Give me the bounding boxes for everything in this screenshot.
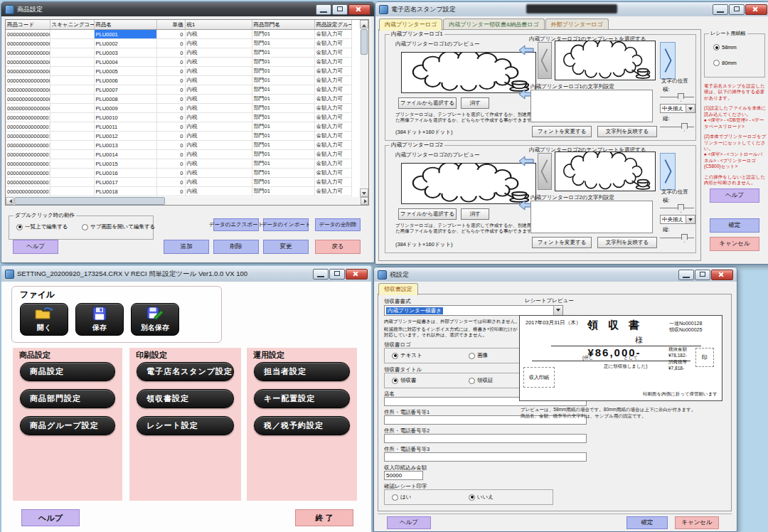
table-cell[interactable]: 金額入力可 [314,58,351,67]
erase-button[interactable]: 消す [461,97,489,109]
erase-button[interactable]: 消す [461,208,489,220]
table-cell[interactable]: 内税 [185,39,252,48]
radio-image[interactable] [469,353,475,359]
v-position-slider[interactable] [660,233,694,241]
stamp-amount-input[interactable] [384,471,423,480]
table-row[interactable]: 0000000000000009PLU00090内税部門01金額入力可 [6,104,351,113]
table-cell[interactable] [50,141,94,150]
table-cell[interactable]: 部門01 [252,104,314,113]
maximize-button[interactable] [329,269,345,280]
table-cell[interactable] [50,150,94,159]
table-row[interactable]: 0000000000000001PLU00010内税部門01金額入力可 [6,30,351,39]
table-cell[interactable]: 0 [156,30,185,39]
table-cell[interactable]: 金額入力可 [314,150,351,159]
table-cell[interactable]: 内税 [185,58,252,67]
table-cell[interactable] [50,76,94,85]
table-cell[interactable]: 内税 [185,150,252,159]
table-cell[interactable]: 内税 [185,187,252,196]
table-cell[interactable]: 内税 [185,48,252,58]
table-cell[interactable]: 金額入力可 [314,187,351,196]
table-cell[interactable]: 内税 [185,67,252,76]
scroll-thumb[interactable] [14,197,165,205]
close-button[interactable] [745,4,767,15]
table-cell[interactable]: 内税 [185,85,252,95]
maximize-button[interactable] [695,270,710,280]
minimize-button[interactable] [316,4,331,15]
table-cell[interactable]: 0 [156,67,185,76]
table-cell[interactable] [50,178,94,187]
horizontal-scrollbar[interactable] [6,197,368,205]
table-cell[interactable]: 金額入力可 [314,169,351,178]
table-cell[interactable]: 0 [156,150,185,159]
delete-button[interactable]: 削除 [213,240,259,254]
menu-tax-settings-button[interactable]: 税／税予約設定 [254,416,350,435]
radio-edit-inline[interactable] [16,224,23,230]
tab-receipt-settings[interactable]: 領収書設定 [378,283,418,295]
table-cell[interactable]: 金額入力可 [314,85,351,95]
table-cell[interactable]: 内税 [185,159,252,169]
table-cell[interactable]: 部門01 [252,95,314,104]
table-cell[interactable]: 部門01 [252,122,314,132]
table-cell[interactable]: 内税 [185,76,252,85]
table-row[interactable]: 0000000000000008PLU00080内税部門01金額入力可 [6,95,351,104]
table-cell[interactable]: 0000000000000007 [6,85,50,95]
table-cell[interactable]: PLU0004 [94,58,156,67]
table-cell[interactable]: 内税 [185,30,252,39]
radio-edit-subscreen[interactable] [82,224,88,230]
menu-register-receipt-button[interactable]: レシート設定 [137,416,234,435]
table-cell[interactable]: 0000000000000012 [6,132,50,141]
cancel-button[interactable]: キャンセル [710,237,759,251]
table-cell[interactable]: 0 [156,58,185,67]
select-from-file-button[interactable]: ファイルから選択する [398,97,457,109]
product-table[interactable]: 商品コードスキャニングコード商品名単価税1商品部門名商品設定グループ名00000… [6,20,352,196]
receipt-format-select[interactable]: 内蔵プリンター横書き [384,305,563,316]
table-row[interactable]: 0000000000000004PLU00040内税部門01金額入力可 [6,58,351,67]
table-cell[interactable]: PLU0006 [94,76,156,85]
table-cell[interactable]: 0000000000000013 [6,141,50,150]
table-cell[interactable]: 金額入力可 [314,67,351,76]
table-cell[interactable] [50,187,94,196]
table-cell[interactable]: 金額入力可 [314,48,351,58]
radio-58mm[interactable] [713,44,720,50]
table-cell[interactable]: 部門01 [252,76,314,85]
table-cell[interactable] [50,39,94,48]
table-cell[interactable] [50,30,94,39]
confirm-button[interactable]: 確定 [626,516,668,529]
table-cell[interactable]: PLU0017 [94,178,156,187]
h-position-slider[interactable] [660,92,694,100]
table-row[interactable]: 0000000000000013PLU00130内税部門01金額入力可 [6,141,351,150]
help-button[interactable]: ヘルプ [387,516,431,529]
help-button[interactable]: ヘルプ [21,509,80,526]
table-row[interactable]: 0000000000000015PLU00150内税部門01金額入力可 [6,159,351,169]
table-row[interactable]: 0000000000000005PLU00050内税部門01金額入力可 [6,67,351,76]
table-cell[interactable] [50,95,94,104]
title-bar[interactable]: 電子店名スタンプ設定 [375,2,768,16]
table-cell[interactable] [50,113,94,122]
close-button[interactable] [711,270,733,280]
radio-ryoshusho-alt[interactable] [469,378,475,384]
table-cell[interactable] [50,159,94,169]
table-cell[interactable]: 内税 [185,169,252,178]
table-cell[interactable] [50,58,94,67]
table-cell[interactable]: 0000000000000018 [6,187,50,196]
open-button[interactable]: 開く [20,303,68,336]
title-bar[interactable]: SETTING_20200920_173254.CRX V RECI 簡単設定ツ… [1,266,371,282]
table-cell[interactable]: 内税 [185,95,252,104]
table-cell[interactable]: 0000000000000006 [6,76,50,85]
table-cell[interactable]: 金額入力可 [314,159,351,169]
minimize-button[interactable] [713,4,728,15]
table-cell[interactable]: 部門01 [252,132,314,141]
radio-text[interactable] [392,353,398,359]
table-cell[interactable] [50,104,94,113]
data-export-button[interactable]: データのエクスポート [213,218,259,231]
minimize-button[interactable] [313,269,329,280]
table-cell[interactable]: 部門01 [252,141,314,150]
cancel-button[interactable]: キャンセル [675,516,719,529]
table-cell[interactable]: 内税 [185,104,252,113]
column-header[interactable]: 商品コード [6,20,50,30]
help-button[interactable]: ヘルプ [710,188,759,203]
table-cell[interactable]: 0 [156,48,185,58]
table-cell[interactable]: 部門01 [252,58,314,67]
table-cell[interactable]: PLU0014 [94,150,156,159]
radio-no[interactable] [469,494,475,501]
